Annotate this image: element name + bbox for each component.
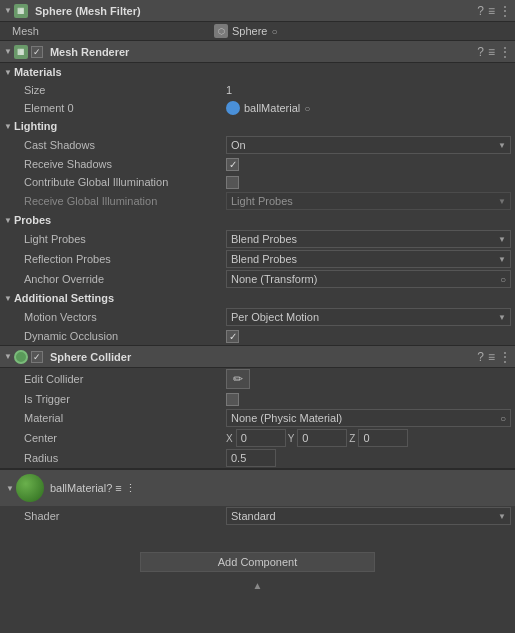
material-value-col: None (Physic Material) ○ <box>226 409 511 427</box>
shader-dropdown[interactable]: Standard ▼ <box>226 507 511 525</box>
ball-material-settings-icon[interactable]: ≡ <box>115 482 121 494</box>
material-link[interactable]: ○ <box>500 413 506 424</box>
mesh-label: Mesh <box>4 25 214 37</box>
mesh-renderer-panel: ▼ ▦ ✓ Mesh Renderer ? ≡ ⋮ ▼ Materials Si… <box>0 41 515 346</box>
size-value: 1 <box>226 84 511 96</box>
probes-section-header[interactable]: ▼ Probes <box>0 211 515 229</box>
shader-label: Shader <box>16 510 226 522</box>
sphere-collider-collapse[interactable]: ▼ <box>4 352 12 361</box>
is-trigger-row: Is Trigger <box>0 390 515 408</box>
mesh-filter-settings-icon[interactable]: ≡ <box>488 4 495 18</box>
material-selector[interactable]: None (Physic Material) ○ <box>226 409 511 427</box>
reflection-probes-value-col: Blend Probes ▼ <box>226 250 511 268</box>
material-label: Material <box>16 412 226 424</box>
additional-settings-header[interactable]: ▼ Additional Settings <box>0 289 515 307</box>
mesh-filter-title: Sphere (Mesh Filter) <box>35 5 477 17</box>
center-y-label: Y <box>288 433 295 444</box>
dynamic-occlusion-checkbox[interactable]: ✓ <box>226 330 239 343</box>
reflection-probes-dropdown[interactable]: Blend Probes ▼ <box>226 250 511 268</box>
receive-gi-value: Light Probes <box>231 195 293 207</box>
anchor-override-link[interactable]: ○ <box>500 274 506 285</box>
materials-section-header[interactable]: ▼ Materials <box>0 63 515 81</box>
center-z-input[interactable] <box>358 429 408 447</box>
mesh-row: Mesh ⬡ Sphere ○ <box>0 22 515 40</box>
light-probes-dropdown[interactable]: Blend Probes ▼ <box>226 230 511 248</box>
sphere-collider-settings-icon[interactable]: ≡ <box>488 350 495 364</box>
dynamic-occlusion-label: Dynamic Occlusion <box>16 330 226 342</box>
mesh-renderer-help-icon[interactable]: ? <box>477 45 484 59</box>
mesh-renderer-settings-icon[interactable]: ≡ <box>488 45 495 59</box>
anchor-override-selector[interactable]: None (Transform) ○ <box>226 270 511 288</box>
scroll-down-icon[interactable]: ▲ <box>253 580 263 591</box>
light-probes-row: Light Probes Blend Probes ▼ <box>0 229 515 249</box>
mesh-renderer-header: ▼ ▦ ✓ Mesh Renderer ? ≡ ⋮ <box>0 41 515 63</box>
cast-shadows-arrow: ▼ <box>498 141 506 150</box>
dynamic-occlusion-value-col: ✓ <box>226 330 511 343</box>
add-component-button[interactable]: Add Component <box>140 552 375 572</box>
materials-collapse[interactable]: ▼ <box>4 68 12 77</box>
ball-material-collapse[interactable]: ▼ <box>6 484 14 493</box>
probes-collapse[interactable]: ▼ <box>4 216 12 225</box>
center-x-input[interactable] <box>236 429 286 447</box>
light-probes-value-col: Blend Probes ▼ <box>226 230 511 248</box>
motion-vectors-dropdown[interactable]: Per Object Motion ▼ <box>226 308 511 326</box>
center-xyz: X Y Z <box>226 429 408 447</box>
cast-shadows-value: On <box>231 139 246 151</box>
edit-collider-button[interactable]: ✏ <box>226 369 250 389</box>
mesh-filter-help-icon[interactable]: ? <box>477 4 484 18</box>
sphere-collider-panel: ▼ ✓ Sphere Collider ? ≡ ⋮ Edit Collider … <box>0 346 515 469</box>
mesh-value: ⬡ Sphere <box>214 24 267 38</box>
lighting-section-header[interactable]: ▼ Lighting <box>0 117 515 135</box>
is-trigger-value-col <box>226 393 511 406</box>
mesh-filter-panel: ▼ ▦ Sphere (Mesh Filter) ? ≡ ⋮ Mesh ⬡ Sp… <box>0 0 515 41</box>
receive-shadows-label: Receive Shadows <box>16 158 226 170</box>
mesh-renderer-collapse[interactable]: ▼ <box>4 47 12 56</box>
mesh-filter-overflow-icon[interactable]: ⋮ <box>499 4 511 18</box>
element0-link-icon[interactable]: ○ <box>304 103 310 114</box>
cast-shadows-label: Cast Shadows <box>16 139 226 151</box>
mesh-filter-collapse[interactable]: ▼ <box>4 6 12 15</box>
motion-vectors-value-col: Per Object Motion ▼ <box>226 308 511 326</box>
element0-value-col: ballMaterial ○ <box>226 101 511 115</box>
sphere-collider-icons: ? ≡ ⋮ <box>477 350 511 364</box>
materials-label: Materials <box>14 66 62 78</box>
cast-shadows-dropdown[interactable]: On ▼ <box>226 136 511 154</box>
is-trigger-checkbox[interactable] <box>226 393 239 406</box>
motion-vectors-label: Motion Vectors <box>16 311 226 323</box>
sphere-collider-overflow-icon[interactable]: ⋮ <box>499 350 511 364</box>
ball-material-overflow-icon[interactable]: ⋮ <box>125 482 136 494</box>
sphere-collider-help-icon[interactable]: ? <box>477 350 484 364</box>
center-y-input[interactable] <box>297 429 347 447</box>
reflection-probes-value: Blend Probes <box>231 253 297 265</box>
mesh-link-icon[interactable]: ○ <box>271 26 277 37</box>
element0-value: ballMaterial <box>244 102 300 114</box>
reflection-probes-row: Reflection Probes Blend Probes ▼ <box>0 249 515 269</box>
shader-value: Standard <box>231 510 276 522</box>
sphere-collider-header: ▼ ✓ Sphere Collider ? ≡ ⋮ <box>0 346 515 368</box>
motion-vectors-value: Per Object Motion <box>231 311 319 323</box>
add-component-bar: Add Component <box>0 546 515 578</box>
reflection-probes-arrow: ▼ <box>498 255 506 264</box>
mesh-renderer-overflow-icon[interactable]: ⋮ <box>499 45 511 59</box>
lighting-collapse[interactable]: ▼ <box>4 122 12 131</box>
lighting-label: Lighting <box>14 120 57 132</box>
center-z-label: Z <box>349 433 355 444</box>
radius-input[interactable] <box>226 449 276 467</box>
receive-gi-dropdown[interactable]: Light Probes ▼ <box>226 192 511 210</box>
bottom-bar: ▲ <box>0 578 515 593</box>
light-probes-label: Light Probes <box>16 233 226 245</box>
ball-material-help-icon[interactable]: ? <box>106 482 112 494</box>
size-number: 1 <box>226 84 232 96</box>
sphere-collider-enable[interactable]: ✓ <box>31 351 43 363</box>
center-row: Center X Y Z <box>0 428 515 448</box>
receive-shadows-checkbox[interactable]: ✓ <box>226 158 239 171</box>
mesh-renderer-icons: ? ≡ ⋮ <box>477 45 511 59</box>
contribute-gi-checkbox[interactable] <box>226 176 239 189</box>
radius-label: Radius <box>16 452 226 464</box>
additional-settings-collapse[interactable]: ▼ <box>4 294 12 303</box>
ball-material-icon <box>226 101 240 115</box>
anchor-override-value-col: None (Transform) ○ <box>226 270 511 288</box>
motion-vectors-arrow: ▼ <box>498 313 506 322</box>
motion-vectors-row: Motion Vectors Per Object Motion ▼ <box>0 307 515 327</box>
mesh-renderer-enable[interactable]: ✓ <box>31 46 43 58</box>
